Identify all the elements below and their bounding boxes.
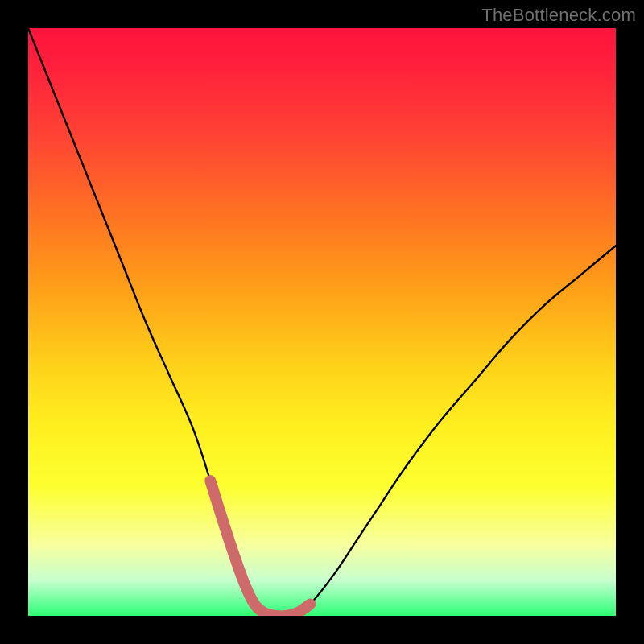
chart-frame: TheBottleneck.com — [0, 0, 644, 644]
chart-gradient-background — [28, 28, 616, 616]
watermark-text: TheBottleneck.com — [481, 5, 636, 26]
